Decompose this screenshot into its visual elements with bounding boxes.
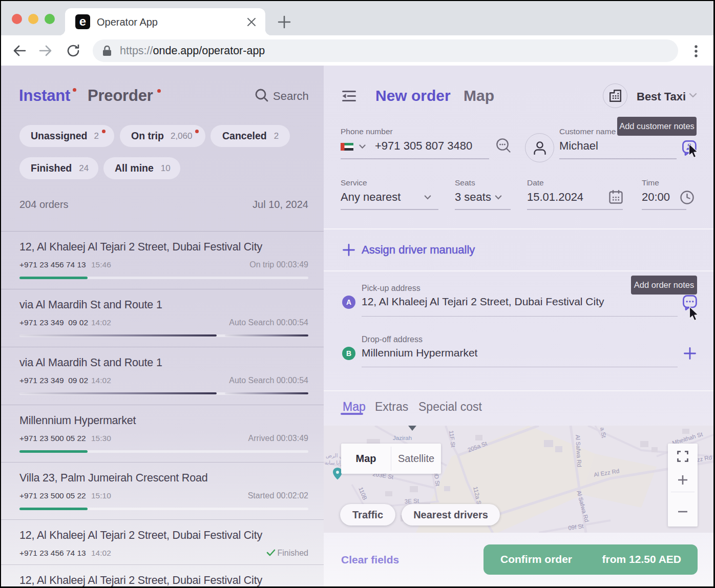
svg-text:Jazirah: Jazirah	[393, 435, 412, 441]
svg-text:3E St: 3E St	[404, 497, 419, 504]
